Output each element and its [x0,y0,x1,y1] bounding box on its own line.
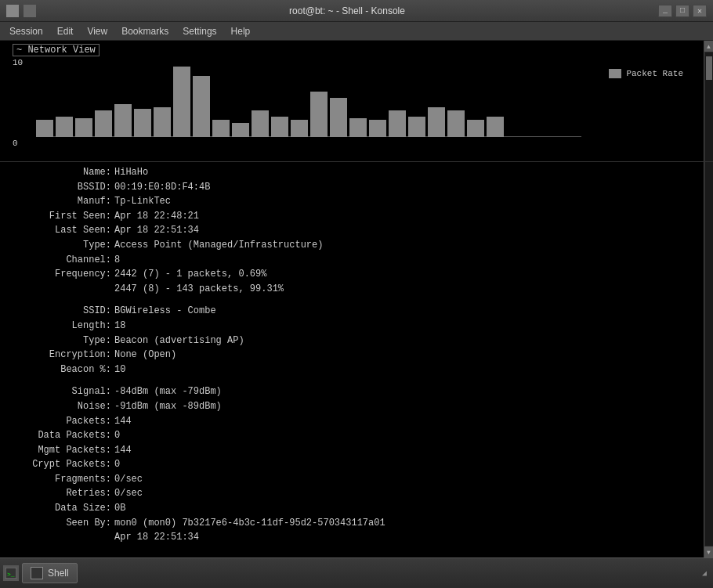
row-data-packets: Data Packets: 0 [13,428,700,443]
graph-container: 10 0 Packet Rate [13,58,691,148]
graph-bar [369,120,386,137]
label-noise: Noise: [13,399,114,414]
value-data-size: 0B [114,501,125,516]
row-ssid: SSID: BGWireless - Combe [13,304,700,319]
row-noise: Noise: -91dBm (max -89dBm) [13,399,700,414]
title-bar-left [6,5,36,17]
value-noise: -91dBm (max -89dBm) [114,399,222,414]
graph-bar [428,107,445,137]
svg-text:>_: >_ [7,571,15,578]
row-signal: Signal: -84dBm (max -79dBm) [13,384,700,399]
spacer2 [13,377,700,384]
window-title: root@bt: ~ - Shell - Konsole [36,5,658,16]
row-mgmt-packets: Mgmt Packets: 144 [13,443,700,458]
row-beacon: Beacon %: 10 [13,363,700,377]
value-retries: 0/sec [114,486,143,501]
row-retries: Retries: 0/sec [13,486,700,501]
value-frequency1: 2442 (7) - 1 packets, 0.69% [114,267,266,282]
graph-area: ~ Network View 10 0 Packet Rate [0,41,713,162]
row-frequency1: Frequency: 2442 (7) - 1 packets, 0.69% [13,267,700,282]
value-mgmt-packets: 144 [114,443,132,458]
value-type: Access Point (Managed/Infrastructure) [114,238,323,253]
value-beacon: 10 [114,363,125,377]
graph-bar [232,123,249,137]
graph-bar [291,120,308,137]
graph-bar [252,110,269,137]
value-bssid: 00:19:E0:8D:F4:4B [114,180,210,195]
label-manuf: Manuf: [13,194,114,209]
graph-bar [330,98,347,137]
value-manuf: Tp-LinkTec [114,194,171,209]
menu-settings[interactable]: Settings [176,24,223,38]
graph-bar [408,117,425,137]
graph-bar [134,109,151,137]
value-fragments: 0/sec [114,472,143,487]
minimize-button[interactable]: _ [658,5,672,17]
value-encryption: None (Open) [114,348,176,363]
value-seen-by1: mon0 (mon0) 7b3217e6-4b3c-11df-95d2-5703… [114,516,385,531]
value-frequency2: 2447 (8) - 143 packets, 99.31% [114,282,284,297]
graph-bar [212,120,230,137]
graph-bar [114,104,132,137]
value-seen-by2: Apr 18 22:51:34 [114,530,199,545]
graph-top-value: 10 [13,58,23,67]
label-data-packets: Data Packets: [13,428,114,443]
graph-bar [95,110,112,137]
graph-bar [56,117,73,137]
row-fragments: Fragments: 0/sec [13,472,700,487]
row-frequency2: 2447 (8) - 143 packets, 99.31% [13,282,700,297]
graph-bar [389,110,406,137]
value-first-seen: Apr 18 22:48:21 [114,209,199,224]
menu-help[interactable]: Help [225,24,257,38]
row-channel: Channel: 8 [13,253,700,268]
shell-taskbar-button[interactable]: Shell [22,563,78,583]
graph-bar [75,118,92,137]
window-controls: _ □ ✕ [658,5,707,17]
legend-color-box [609,69,621,78]
maximize-button[interactable]: □ [675,5,689,17]
value-channel: 8 [114,253,120,268]
label-packets: Packets: [13,414,114,429]
label-crypt-packets: Crypt Packets: [13,457,114,472]
label-type2: Type: [13,334,114,348]
title-bar: root@bt: ~ - Shell - Konsole _ □ ✕ [0,0,713,22]
value-data-packets: 0 [114,428,120,443]
scroll-down-button[interactable]: ▼ [704,547,714,557]
terminal-area: ▲ ▼ ~ Network View 10 0 Packet Rate Name… [0,41,713,557]
label-retries: Retries: [13,486,114,501]
value-last-seen: Apr 18 22:51:34 [114,223,199,238]
row-packets: Packets: 144 [13,414,700,429]
label-first-seen: First Seen: [13,209,114,224]
label-bssid: BSSID: [13,180,114,195]
packet-rate-label: Packet Rate [626,69,683,78]
value-packets: 144 [114,414,132,429]
graph-bar [349,118,367,137]
app-icon [6,5,19,17]
graph-bottom-value: 0 [13,139,18,148]
menu-session[interactable]: Session [3,24,49,38]
info-area: Name: HiHaHo BSSID: 00:19:E0:8D:F4:4B Ma… [0,162,713,548]
menu-edit[interactable]: Edit [51,24,80,38]
taskbar-app-icon: >_ [3,565,19,581]
resize-icon[interactable]: ◢ [699,568,710,579]
graph-bar [487,117,504,137]
label-data-size: Data Size: [13,501,114,516]
label-encryption: Encryption: [13,348,114,363]
row-first-seen: First Seen: Apr 18 22:48:21 [13,209,700,224]
value-type2: Beacon (advertising AP) [114,334,244,348]
label-signal: Signal: [13,384,114,399]
graph-bar [310,92,328,137]
row-crypt-packets: Crypt Packets: 0 [13,457,700,472]
menu-bookmarks[interactable]: Bookmarks [115,24,175,38]
graph-bar [447,110,465,137]
label-mgmt-packets: Mgmt Packets: [13,443,114,458]
label-channel: Channel: [13,253,114,268]
graph-bar [271,117,288,137]
menu-view[interactable]: View [81,24,114,38]
label-seen-by: Seen By: [13,516,114,531]
value-name: HiHaHo [114,165,148,180]
value-length: 18 [114,319,125,334]
label-type: Type: [13,238,114,253]
close-button[interactable]: ✕ [693,5,707,17]
packet-rate-legend: Packet Rate [609,69,683,78]
